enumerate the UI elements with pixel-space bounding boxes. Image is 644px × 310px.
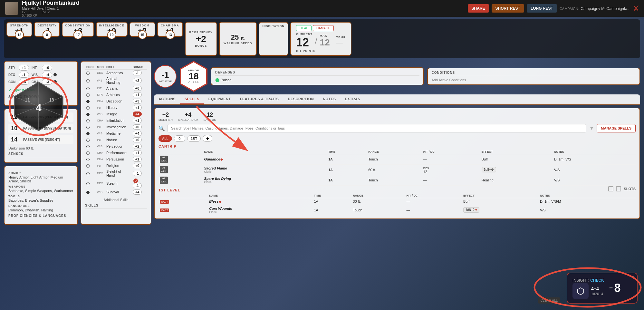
skill-prof-4: [85, 98, 96, 104]
filter-1st[interactable]: 1ST: [187, 135, 201, 142]
manage-spells-button[interactable]: MANAGE SPELLS: [597, 124, 636, 132]
clear-all-button[interactable]: CLEAR ALL: [538, 297, 560, 304]
spell-name-spare[interactable]: Spare the Dying Cleric: [203, 175, 327, 185]
col-effect: EFFECT: [480, 150, 553, 154]
tab-features-traits[interactable]: FEATURES & TRAITS: [235, 94, 284, 104]
filter-all[interactable]: ALL: [159, 135, 172, 142]
skill-name-11[interactable]: Perception: [105, 143, 131, 150]
skill-name-10[interactable]: Nature: [105, 137, 131, 143]
skill-name-3[interactable]: Athletics: [105, 92, 131, 98]
share-button[interactable]: SHARE: [468, 4, 489, 13]
st-int-val: +0: [42, 65, 52, 71]
col-name-fl: NAME: [208, 193, 312, 198]
skill-name-14[interactable]: Religion: [105, 162, 131, 169]
guidance-range: Touch: [367, 154, 422, 165]
col-time: TIME: [327, 150, 367, 154]
first-level-table: NAME TIME RANGE HIT / DC EFFECT NOTES CA…: [159, 193, 636, 215]
header-bar: Hjulkyl Poumtankard Male Hill Dwarf Cler…: [0, 0, 644, 17]
spell-search-input[interactable]: [168, 124, 586, 132]
cure-notes: V/S: [539, 205, 636, 215]
cast-type-cure: CAST: [159, 205, 208, 215]
spell-name-bless[interactable]: Bless◆: [208, 198, 312, 205]
skill-name-13[interactable]: Persuasion: [105, 156, 131, 162]
skill-name-16[interactable]: Stealth: [105, 178, 131, 189]
st-dex-val: -1: [19, 72, 29, 78]
tab-spells[interactable]: SPELLS: [180, 94, 204, 104]
charisma-score: 13: [166, 30, 175, 39]
tab-extras[interactable]: EXTRAS: [341, 94, 365, 104]
roll-numbers: 4+4 1d20+4: [591, 286, 603, 296]
skill-prof-10: [85, 137, 96, 143]
svg-text:11: 11: [25, 97, 30, 102]
armor-text: Heavy Armor, Light Armor, Medium Armor, …: [8, 175, 73, 183]
table-row: INTHistory+1: [85, 104, 147, 111]
tab-notes[interactable]: NOTES: [318, 94, 340, 104]
first-level-body: CAST Bless◆ 1A 30 ft. — Buff D: 1m, V/S/…: [159, 198, 636, 215]
spell-name-cure[interactable]: Cure Wounds Cleric: [208, 205, 312, 215]
campaign-info: CAMPAIGN: Campaigny McCampaignfa...: [560, 5, 630, 11]
bonus-badge: +1: [133, 92, 142, 97]
heal-button[interactable]: HEAL: [296, 25, 312, 31]
cure-hit-dc: —: [405, 205, 462, 215]
bless-hit-dc: —: [405, 198, 462, 205]
bonus-badge: +1: [133, 157, 142, 162]
first-level-title: 1ST LEVEL: [159, 188, 180, 192]
conditions-add[interactable]: Add Active Conditions: [432, 78, 636, 82]
skill-bonus-11: +2: [131, 143, 147, 150]
st-int-abbr: INT: [32, 66, 41, 70]
skill-name-8[interactable]: Investigation: [105, 124, 131, 130]
cantrip-table-header: NAME TIME RANGE HIT / DC EFFECT NOTES: [159, 150, 636, 154]
short-rest-button[interactable]: SHORT REST: [492, 4, 524, 13]
skill-prof-9: [85, 130, 96, 137]
skill-name-7[interactable]: Intimidation: [105, 117, 131, 124]
long-rest-button[interactable]: LONG REST: [527, 4, 557, 13]
skill-name-2[interactable]: Arcana: [105, 85, 131, 92]
filter-cantrip[interactable]: -0-: [174, 135, 185, 142]
filter-diamond[interactable]: ◆: [203, 135, 212, 142]
skill-name-12[interactable]: Performance: [105, 150, 131, 156]
skill-prof-5: [85, 104, 96, 111]
bonus-badge: +1: [133, 105, 142, 110]
armor-class-value: 18: [188, 72, 198, 81]
guidance-hit-dc: —: [422, 154, 480, 165]
additional-skills-link[interactable]: Additional Skills: [85, 198, 147, 202]
languages-label: LANGUAGES: [8, 204, 73, 208]
skill-name-17[interactable]: Survival: [105, 189, 131, 195]
damage-button[interactable]: DAMAGE: [313, 25, 334, 31]
spell-name-guidance[interactable]: Guidance◆: [203, 154, 327, 165]
combat-row: -1 INITIATIVE ARMOR 18 CLASS DEFENSES ⬤: [154, 61, 640, 92]
hp-slash: /: [315, 36, 317, 45]
prof-dot: [86, 145, 90, 148]
cast-type-sacred: ATWILL: [159, 164, 203, 175]
skill-name-15[interactable]: Sleight of Hand: [105, 169, 131, 178]
wisdom-score: 15: [138, 30, 147, 39]
tab-actions[interactable]: ACTIONS: [154, 94, 180, 104]
roll-die-icon: ⬡: [572, 283, 589, 299]
skill-name-6[interactable]: Insight: [105, 111, 131, 117]
tab-description[interactable]: DESCRIPTION: [283, 94, 318, 104]
spell-name-sacred[interactable]: Sacred Flame Cleric: [203, 164, 327, 175]
skill-name-5[interactable]: History: [105, 104, 131, 111]
tools-label: TOOLS: [8, 195, 73, 198]
filter-icon[interactable]: ▼: [589, 125, 594, 131]
prof-dot: [86, 172, 90, 175]
skill-mod-4: CHA: [96, 98, 105, 104]
bonus-badge: -1: [133, 171, 142, 176]
skill-bonus-10: +0: [131, 137, 147, 143]
skill-name-1[interactable]: Animal Handling: [105, 76, 131, 85]
skill-name-4[interactable]: Deception: [105, 98, 131, 104]
slot-checkbox-1[interactable]: [608, 186, 613, 191]
passive-insight-label: PASSIVE WIS (INSIGHT): [23, 138, 60, 141]
skill-name-9[interactable]: Medicine: [105, 130, 131, 137]
clear-roll-button[interactable]: ✕: [632, 275, 634, 279]
sacred-notes: V/S: [553, 164, 636, 175]
tabs-bar: ACTIONS SPELLS EQUIPMENT FEATURES & TRAI…: [154, 94, 640, 105]
table-row: CHAPersuasion+1: [85, 156, 147, 162]
tab-equipment[interactable]: EQUIPMENT: [204, 94, 235, 104]
armor-class-container: ARMOR 18 CLASS: [180, 61, 207, 92]
skill-name-0[interactable]: Acrobatics: [105, 70, 131, 76]
guidance-effect: Buff: [480, 154, 553, 165]
skill-prof-15: [85, 169, 96, 178]
slot-checkbox-2[interactable]: [616, 186, 621, 191]
center-panel: PROF MOD SKILL BONUS DEXAcrobatics-1WISA…: [81, 61, 151, 225]
